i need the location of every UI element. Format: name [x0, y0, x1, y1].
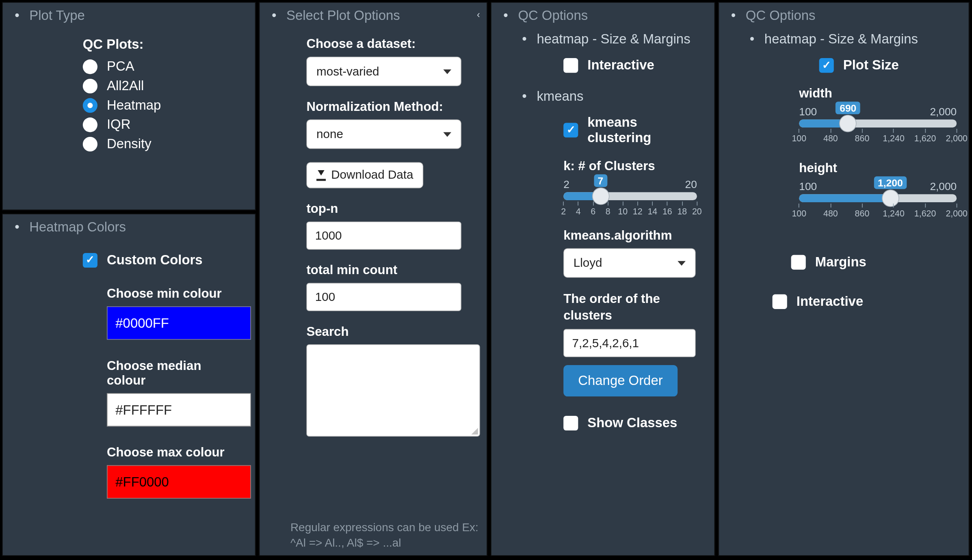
radio-all2all[interactable]: All2All	[83, 78, 239, 93]
checkbox-icon	[563, 416, 578, 430]
slider-tick: 8	[606, 201, 610, 216]
slider-tick: 14	[647, 201, 657, 216]
download-data-label: Download Data	[331, 168, 413, 182]
mincount-label: total min count	[306, 263, 470, 278]
radio-icon	[83, 59, 97, 74]
plot-type-title: Plot Type	[3, 3, 255, 29]
norm-method-label: Normalization Method:	[306, 99, 470, 114]
checkbox-icon	[773, 294, 787, 309]
search-hint: Regular expressions can be used Ex: ^Al …	[290, 521, 480, 551]
topn-input[interactable]: 1000	[306, 222, 461, 250]
slider-min: 2	[563, 179, 569, 191]
select-plot-title: Select Plot Options	[260, 3, 487, 29]
median-colour-input[interactable]: #FFFFFF	[107, 393, 251, 426]
width-slider[interactable]: 1002,0006901004808601,2401,6202,000	[799, 106, 957, 142]
custom-colors-checkbox[interactable]: Custom Colors	[83, 252, 239, 268]
slider-tick: 10	[618, 201, 628, 216]
slider-tick: 860	[855, 203, 870, 218]
margins-checkbox[interactable]: Margins	[791, 254, 969, 270]
show-classes-checkbox[interactable]: Show Classes	[563, 415, 701, 431]
heatmap-size-margins-sub-1: heatmap - Size & Margins	[491, 29, 714, 50]
cluster-order-input[interactable]: 7,2,5,4,2,6,1	[563, 329, 695, 357]
min-colour-value: #0000FF	[115, 316, 169, 331]
download-data-button[interactable]: Download Data	[306, 162, 423, 188]
search-label: Search	[306, 324, 470, 339]
slider-tick: 6	[591, 201, 595, 216]
slider-value-bubble: 1,200	[874, 176, 907, 189]
norm-method-select[interactable]: none	[306, 119, 461, 149]
slider-tick: 1,240	[883, 129, 904, 143]
radio-density[interactable]: Density	[83, 136, 239, 151]
norm-method-select-value: none	[316, 127, 343, 141]
kmeans-algo-label: kmeans.algorithm	[563, 228, 701, 243]
median-colour-value: #FFFFFF	[115, 402, 172, 417]
interactive-label-1: Interactive	[587, 57, 654, 73]
mincount-value: 100	[315, 290, 335, 304]
topn-label: top-n	[306, 201, 470, 216]
panel-plot-type: Plot Type QC Plots: PCAAll2AllHeatmapIQR…	[2, 2, 256, 210]
slider-min: 100	[799, 106, 817, 118]
change-order-label: Change Order	[578, 373, 662, 389]
radio-icon	[83, 117, 97, 132]
radio-pca[interactable]: PCA	[83, 59, 239, 74]
dataset-select[interactable]: most-varied	[306, 57, 461, 86]
change-order-button[interactable]: Change Order	[563, 365, 678, 397]
qc-options-title-2: QC Options	[719, 3, 969, 29]
radio-label: Heatmap	[107, 97, 161, 113]
topn-value: 1000	[315, 229, 342, 243]
plot-size-checkbox[interactable]: Plot Size	[819, 57, 969, 73]
heatmap-colors-title: Heatmap Colors	[3, 214, 255, 240]
slider-tick: 1,240	[883, 203, 904, 218]
radio-label: All2All	[107, 78, 144, 93]
slider-tick: 2,000	[946, 203, 967, 218]
kmeans-clustering-checkbox[interactable]: kmeans clustering	[563, 115, 701, 146]
slider-value-bubble: 7	[594, 174, 607, 187]
slider-tick: 1,620	[914, 129, 936, 143]
slider-tick: 18	[677, 201, 687, 216]
kmeans-algo-value: Lloyd	[574, 256, 602, 270]
plot-size-label: Plot Size	[843, 57, 899, 73]
search-textarea[interactable]	[306, 344, 480, 437]
slider-value-bubble: 690	[836, 102, 860, 114]
checkbox-icon	[563, 123, 578, 137]
slider-max: 2,000	[930, 181, 957, 193]
qc-plots-heading: QC Plots:	[83, 37, 239, 52]
interactive-checkbox-1[interactable]: Interactive	[563, 57, 714, 73]
slider-tick: 100	[792, 129, 806, 143]
qc-options-title-1: QC Options	[491, 3, 714, 29]
interactive-label-2: Interactive	[797, 294, 863, 309]
height-label: height	[799, 161, 955, 175]
radio-label: IQR	[107, 117, 130, 132]
radio-icon	[83, 98, 97, 112]
panel-qc-options-plotsize: QC Options heatmap - Size & Margins Plot…	[718, 2, 969, 556]
panel-select-plot-options: Select Plot Options ‹ Choose a dataset: …	[259, 2, 487, 556]
dataset-label: Choose a dataset:	[306, 37, 470, 51]
min-colour-input[interactable]: #0000FF	[107, 306, 251, 339]
kmeans-algo-select[interactable]: Lloyd	[563, 248, 695, 277]
slider-max: 2,000	[930, 106, 957, 118]
slider-tick: 2	[561, 201, 566, 216]
slider-min: 100	[799, 181, 817, 193]
radio-iqr[interactable]: IQR	[83, 117, 239, 132]
radio-label: PCA	[107, 59, 134, 74]
median-colour-label: Choose median colour	[107, 359, 239, 388]
panel-qc-options-kmeans: QC Options heatmap - Size & Margins Inte…	[491, 2, 715, 556]
max-colour-input[interactable]: #FF0000	[107, 465, 251, 499]
kmeans-section: kmeans	[491, 86, 714, 107]
slider-max: 20	[685, 179, 697, 191]
slider-tick: 860	[855, 129, 870, 143]
k-clusters-slider[interactable]: 22072468101214161820	[563, 179, 697, 215]
mincount-input[interactable]: 100	[306, 283, 461, 311]
radio-heatmap[interactable]: Heatmap	[83, 97, 239, 113]
height-slider[interactable]: 1002,0001,2001004808601,2401,6202,000	[799, 181, 957, 217]
radio-label: Density	[107, 136, 152, 151]
collapse-caret-icon[interactable]: ‹	[477, 9, 480, 20]
chevron-down-icon	[443, 69, 451, 74]
interactive-checkbox-2[interactable]: Interactive	[773, 294, 969, 309]
chevron-down-icon	[443, 132, 451, 137]
min-colour-label: Choose min colour	[107, 286, 239, 301]
custom-colors-label: Custom Colors	[107, 252, 203, 268]
slider-tick: 20	[692, 201, 702, 216]
slider-tick: 480	[823, 203, 838, 218]
max-colour-label: Choose max colour	[107, 445, 239, 460]
